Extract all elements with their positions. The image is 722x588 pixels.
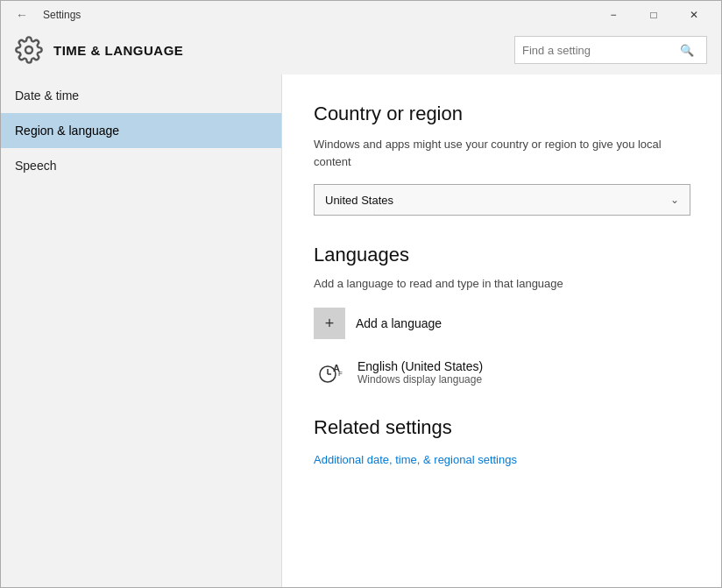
search-input[interactable]	[522, 44, 680, 57]
add-language-icon: +	[314, 308, 345, 339]
svg-text:F: F	[338, 370, 343, 378]
app-header-left: TIME & LANGUAGE	[15, 36, 183, 64]
sidebar-item-datetime[interactable]: Date & time	[1, 78, 281, 113]
related-settings-link[interactable]: Additional date, time, & regional settin…	[314, 453, 517, 466]
languages-section-title: Languages	[314, 244, 690, 266]
search-box[interactable]: 🔍	[514, 36, 707, 64]
title-bar: ← Settings − □ ✕	[1, 1, 721, 29]
language-item-english[interactable]: A F English (United States) Windows disp…	[314, 357, 690, 388]
country-dropdown-value: United States	[325, 194, 393, 207]
languages-section-description: Add a language to read and type in that …	[314, 277, 690, 290]
language-sublabel: Windows display language	[357, 373, 483, 386]
country-section-description: Windows and apps might use your country …	[314, 136, 690, 170]
main-layout: Date & time Region & language Speech Cou…	[1, 74, 721, 587]
dropdown-arrow-icon: ⌄	[670, 194, 679, 206]
app-title: TIME & LANGUAGE	[53, 43, 183, 58]
add-language-label: Add a language	[356, 316, 442, 330]
related-settings-title: Related settings	[314, 416, 690, 439]
language-info: English (United States) Windows display …	[357, 359, 483, 386]
window-title: Settings	[43, 9, 81, 21]
language-symbol-icon: A F	[314, 357, 345, 388]
sidebar: Date & time Region & language Speech	[1, 74, 281, 587]
title-bar-left: ← Settings	[8, 1, 81, 29]
add-language-button[interactable]: + Add a language	[314, 308, 690, 339]
sidebar-item-region-language[interactable]: Region & language	[1, 113, 281, 148]
country-section-title: Country or region	[314, 103, 690, 125]
svg-point-0	[25, 46, 32, 53]
close-button[interactable]: ✕	[674, 1, 714, 29]
gear-icon	[15, 36, 43, 64]
sidebar-item-speech[interactable]: Speech	[1, 148, 281, 183]
language-name: English (United States)	[357, 359, 483, 373]
content-area: Country or region Windows and apps might…	[282, 74, 721, 587]
back-button[interactable]: ←	[8, 1, 36, 29]
country-dropdown[interactable]: United States ⌄	[314, 184, 690, 216]
language-icon: A F	[314, 357, 345, 388]
maximize-button[interactable]: □	[634, 1, 674, 29]
minimize-button[interactable]: −	[593, 1, 634, 29]
search-icon: 🔍	[680, 44, 694, 57]
window-controls: − □ ✕	[593, 1, 714, 29]
app-header: TIME & LANGUAGE 🔍	[1, 29, 721, 74]
